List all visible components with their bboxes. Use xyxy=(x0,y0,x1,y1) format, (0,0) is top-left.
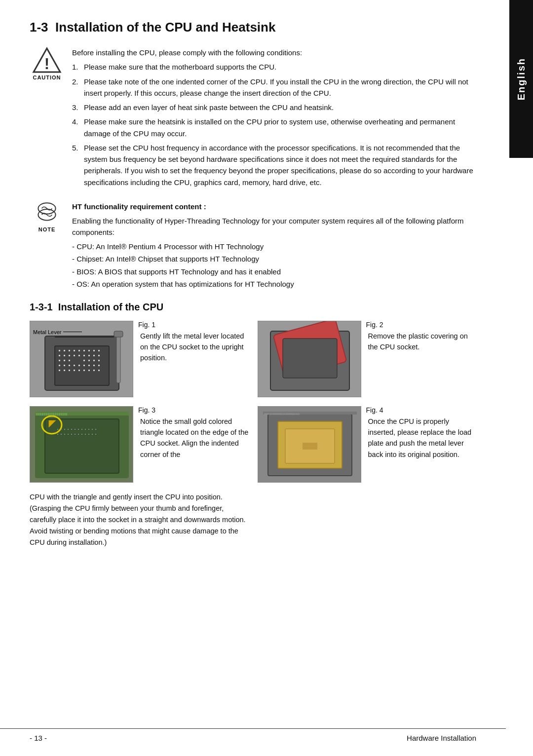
fig-2-label: Fig. 2 xyxy=(366,321,477,329)
page-footer: - 13 - Hardware Installation xyxy=(0,728,506,742)
svg-text:!: ! xyxy=(44,55,50,73)
section-title: 1-3 Installation of the CPU and Heatsink xyxy=(30,20,476,35)
svg-rect-13 xyxy=(88,350,90,351)
svg-rect-37 xyxy=(83,365,85,366)
svg-rect-72 xyxy=(92,429,93,430)
fig-block-2: Fig. 2 Remove the plastic covering on th… xyxy=(258,321,477,397)
caution-block: ! CAUTION Before installing the CPU, ple… xyxy=(30,47,476,191)
fig-block-1: Metal Lever Fig. 1 Gently lift the metal… xyxy=(30,321,249,397)
note-icon-wrap: NOTE xyxy=(30,201,64,232)
svg-rect-78 xyxy=(71,434,72,435)
svg-rect-38 xyxy=(88,365,90,366)
svg-rect-41 xyxy=(59,370,60,371)
svg-rect-31 xyxy=(98,360,100,361)
caution-label: CAUTION xyxy=(33,75,61,80)
caution-item-1: 1.Please make sure that the motherboard … xyxy=(72,61,476,73)
svg-rect-22 xyxy=(88,355,90,356)
svg-rect-63 xyxy=(61,429,62,430)
svg-rect-28 xyxy=(83,360,85,361)
fig-4-text: Fig. 4 Once the CPU is properly inserted… xyxy=(366,406,477,460)
caution-item-3: 3.Please add an even layer of heat sink … xyxy=(72,102,476,113)
fig-block-3: ||||||||||||||||||||||||||||||||||||||||… xyxy=(30,406,249,483)
svg-rect-77 xyxy=(68,434,69,435)
caution-item-4: 4.Please make sure the heatsink is insta… xyxy=(72,116,476,139)
caution-item-5: 5.Please set the CPU host frequency in a… xyxy=(72,142,476,188)
svg-rect-17 xyxy=(64,355,65,356)
sub-section-title: 1-3-1 Installation of the CPU xyxy=(30,302,476,313)
caution-icon-wrap: ! CAUTION xyxy=(30,47,64,80)
svg-rect-81 xyxy=(81,434,82,435)
page-container: English 1-3 Installation of the CPU and … xyxy=(0,0,533,756)
note-content: HT functionality requirement content : E… xyxy=(72,201,476,292)
svg-rect-51 xyxy=(114,331,123,337)
caution-item-2: 2.Please take note of the one indented c… xyxy=(72,76,476,99)
svg-rect-33 xyxy=(64,365,65,366)
figure-3-image: ||||||||||||||||||||||||||||||||||||||||… xyxy=(30,406,133,483)
svg-rect-23 xyxy=(93,355,95,356)
note-item-1: - CPU: An Intel® Pentium 4 Processor wit… xyxy=(72,241,476,253)
svg-rect-46 xyxy=(83,370,85,371)
svg-rect-36 xyxy=(78,365,80,366)
svg-rect-18 xyxy=(69,355,70,356)
fig-2-text: Fig. 2 Remove the plastic covering on th… xyxy=(366,321,477,353)
svg-rect-47 xyxy=(88,370,90,371)
svg-rect-66 xyxy=(71,429,72,430)
svg-rect-40 xyxy=(98,365,100,366)
svg-rect-12 xyxy=(83,350,85,351)
fig-2-desc: Remove the plastic covering on the CPU s… xyxy=(366,331,477,353)
svg-rect-24 xyxy=(98,355,100,356)
svg-rect-20 xyxy=(78,355,80,356)
svg-rect-50 xyxy=(116,334,120,383)
svg-rect-83 xyxy=(88,434,89,435)
svg-rect-59 xyxy=(45,419,119,473)
svg-rect-9 xyxy=(69,350,70,351)
svg-rect-42 xyxy=(64,370,65,371)
note-heading: HT functionality requirement content : xyxy=(72,201,476,212)
svg-rect-62 xyxy=(57,429,58,430)
svg-rect-79 xyxy=(75,434,76,435)
caution-list: 1.Please make sure that the motherboard … xyxy=(72,61,476,188)
svg-rect-30 xyxy=(93,360,95,361)
svg-text:||||||||||||||||||||||||||||||: ||||||||||||||||||||||||||||||||||||||||… xyxy=(36,413,68,416)
fig-1-text: Fig. 1 Gently lift the metal lever locat… xyxy=(138,321,249,364)
svg-rect-19 xyxy=(74,355,75,356)
note-intro: Enabling the functionality of Hyper-Thre… xyxy=(72,215,476,238)
svg-rect-82 xyxy=(85,434,86,435)
note-icon xyxy=(33,201,61,226)
svg-rect-27 xyxy=(69,360,70,361)
svg-rect-49 xyxy=(98,370,100,371)
metal-lever-text: Metal Lever xyxy=(33,329,61,335)
svg-rect-48 xyxy=(93,370,95,371)
svg-rect-84 xyxy=(92,434,93,435)
svg-rect-39 xyxy=(93,365,95,366)
side-tab-text: English xyxy=(516,58,527,100)
fig-4-desc: Once the CPU is properly inserted, pleas… xyxy=(366,416,477,460)
svg-rect-68 xyxy=(78,429,79,430)
svg-rect-74 xyxy=(57,434,58,435)
svg-rect-76 xyxy=(64,434,65,435)
bottom-paragraph: CPU with the triangle and gently insert … xyxy=(30,491,252,549)
fig-1-label: Fig. 1 xyxy=(138,321,249,329)
svg-rect-14 xyxy=(93,350,95,351)
note-item-2: - Chipset: An Intel® Chipset that suppor… xyxy=(72,254,476,265)
svg-rect-32 xyxy=(59,365,60,366)
svg-rect-15 xyxy=(98,350,100,351)
fig-3-desc: Notice the small gold colored triangle l… xyxy=(138,416,249,460)
svg-rect-34 xyxy=(69,365,70,366)
svg-rect-11 xyxy=(78,350,80,351)
svg-rect-85 xyxy=(95,434,96,435)
caution-intro: Before installing the CPU, please comply… xyxy=(72,47,476,58)
svg-rect-92 xyxy=(303,443,317,450)
svg-rect-70 xyxy=(85,429,86,430)
svg-rect-25 xyxy=(59,360,60,361)
figure-2-image xyxy=(258,321,361,397)
figure-row-2: ||||||||||||||||||||||||||||||||||||||||… xyxy=(30,406,476,483)
main-content: 1-3 Installation of the CPU and Heatsink… xyxy=(30,20,476,548)
fig-3-label: Fig. 3 xyxy=(138,406,249,414)
svg-rect-10 xyxy=(74,350,75,351)
svg-rect-7 xyxy=(59,350,60,351)
svg-rect-56 xyxy=(283,339,337,378)
svg-rect-21 xyxy=(83,355,85,356)
svg-rect-35 xyxy=(74,365,75,366)
fig-1-desc: Gently lift the metal lever located on t… xyxy=(138,331,249,364)
